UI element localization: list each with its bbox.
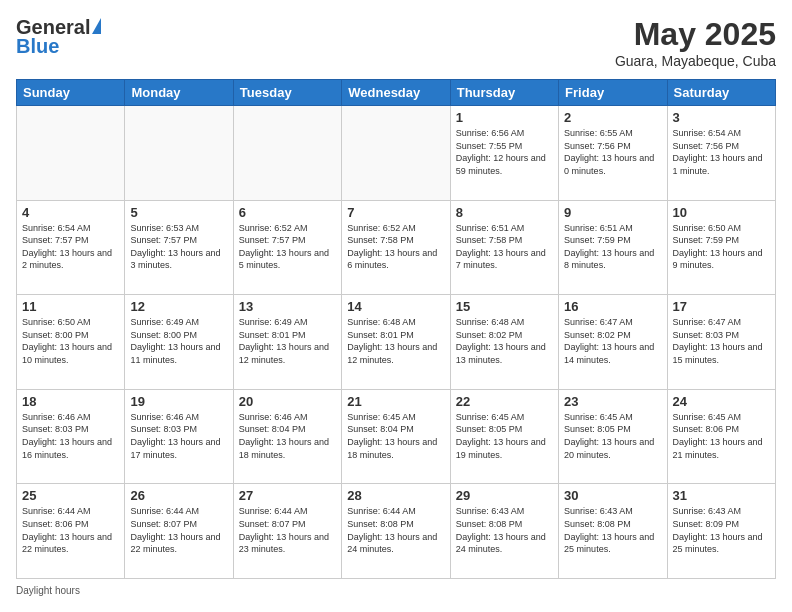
- day-number: 23: [564, 394, 661, 409]
- header: General Blue May 2025 Guara, Mayabeque, …: [16, 16, 776, 69]
- day-number: 4: [22, 205, 119, 220]
- day-number: 20: [239, 394, 336, 409]
- day-number: 24: [673, 394, 770, 409]
- day-number: 21: [347, 394, 444, 409]
- calendar-cell: [17, 106, 125, 201]
- day-number: 1: [456, 110, 553, 125]
- day-info: Sunrise: 6:48 AM Sunset: 8:02 PM Dayligh…: [456, 316, 553, 366]
- calendar-header-wednesday: Wednesday: [342, 80, 450, 106]
- calendar-cell: 15Sunrise: 6:48 AM Sunset: 8:02 PM Dayli…: [450, 295, 558, 390]
- calendar-week-row: 1Sunrise: 6:56 AM Sunset: 7:55 PM Daylig…: [17, 106, 776, 201]
- calendar-cell: 27Sunrise: 6:44 AM Sunset: 8:07 PM Dayli…: [233, 484, 341, 579]
- day-number: 25: [22, 488, 119, 503]
- month-title: May 2025: [615, 16, 776, 53]
- calendar-cell: 22Sunrise: 6:45 AM Sunset: 8:05 PM Dayli…: [450, 389, 558, 484]
- day-info: Sunrise: 6:44 AM Sunset: 8:06 PM Dayligh…: [22, 505, 119, 555]
- calendar-cell: [342, 106, 450, 201]
- day-info: Sunrise: 6:44 AM Sunset: 8:08 PM Dayligh…: [347, 505, 444, 555]
- calendar-cell: [233, 106, 341, 201]
- day-info: Sunrise: 6:53 AM Sunset: 7:57 PM Dayligh…: [130, 222, 227, 272]
- day-number: 31: [673, 488, 770, 503]
- calendar-cell: 13Sunrise: 6:49 AM Sunset: 8:01 PM Dayli…: [233, 295, 341, 390]
- calendar-cell: 10Sunrise: 6:50 AM Sunset: 7:59 PM Dayli…: [667, 200, 775, 295]
- calendar-cell: 31Sunrise: 6:43 AM Sunset: 8:09 PM Dayli…: [667, 484, 775, 579]
- day-number: 26: [130, 488, 227, 503]
- calendar-cell: 25Sunrise: 6:44 AM Sunset: 8:06 PM Dayli…: [17, 484, 125, 579]
- calendar-week-row: 18Sunrise: 6:46 AM Sunset: 8:03 PM Dayli…: [17, 389, 776, 484]
- day-number: 7: [347, 205, 444, 220]
- day-info: Sunrise: 6:52 AM Sunset: 7:57 PM Dayligh…: [239, 222, 336, 272]
- calendar-cell: 17Sunrise: 6:47 AM Sunset: 8:03 PM Dayli…: [667, 295, 775, 390]
- calendar-cell: [125, 106, 233, 201]
- title-block: May 2025 Guara, Mayabeque, Cuba: [615, 16, 776, 69]
- day-number: 15: [456, 299, 553, 314]
- calendar-header-monday: Monday: [125, 80, 233, 106]
- calendar-cell: 24Sunrise: 6:45 AM Sunset: 8:06 PM Dayli…: [667, 389, 775, 484]
- calendar-header-sunday: Sunday: [17, 80, 125, 106]
- day-info: Sunrise: 6:50 AM Sunset: 7:59 PM Dayligh…: [673, 222, 770, 272]
- calendar-cell: 1Sunrise: 6:56 AM Sunset: 7:55 PM Daylig…: [450, 106, 558, 201]
- day-info: Sunrise: 6:43 AM Sunset: 8:09 PM Dayligh…: [673, 505, 770, 555]
- day-number: 16: [564, 299, 661, 314]
- day-number: 28: [347, 488, 444, 503]
- calendar-week-row: 11Sunrise: 6:50 AM Sunset: 8:00 PM Dayli…: [17, 295, 776, 390]
- day-number: 9: [564, 205, 661, 220]
- day-info: Sunrise: 6:49 AM Sunset: 8:01 PM Dayligh…: [239, 316, 336, 366]
- day-number: 17: [673, 299, 770, 314]
- calendar-cell: 11Sunrise: 6:50 AM Sunset: 8:00 PM Dayli…: [17, 295, 125, 390]
- logo-triangle-icon: [92, 18, 101, 34]
- page: General Blue May 2025 Guara, Mayabeque, …: [0, 0, 792, 612]
- calendar-cell: 14Sunrise: 6:48 AM Sunset: 8:01 PM Dayli…: [342, 295, 450, 390]
- day-number: 8: [456, 205, 553, 220]
- day-info: Sunrise: 6:44 AM Sunset: 8:07 PM Dayligh…: [130, 505, 227, 555]
- day-number: 11: [22, 299, 119, 314]
- calendar-header-row: SundayMondayTuesdayWednesdayThursdayFrid…: [17, 80, 776, 106]
- day-info: Sunrise: 6:46 AM Sunset: 8:03 PM Dayligh…: [130, 411, 227, 461]
- day-number: 29: [456, 488, 553, 503]
- day-info: Sunrise: 6:43 AM Sunset: 8:08 PM Dayligh…: [564, 505, 661, 555]
- day-info: Sunrise: 6:54 AM Sunset: 7:57 PM Dayligh…: [22, 222, 119, 272]
- calendar-cell: 28Sunrise: 6:44 AM Sunset: 8:08 PM Dayli…: [342, 484, 450, 579]
- calendar-cell: 6Sunrise: 6:52 AM Sunset: 7:57 PM Daylig…: [233, 200, 341, 295]
- day-number: 12: [130, 299, 227, 314]
- day-number: 18: [22, 394, 119, 409]
- footer: Daylight hours: [16, 585, 776, 596]
- calendar-cell: 20Sunrise: 6:46 AM Sunset: 8:04 PM Dayli…: [233, 389, 341, 484]
- day-info: Sunrise: 6:46 AM Sunset: 8:04 PM Dayligh…: [239, 411, 336, 461]
- calendar-header-saturday: Saturday: [667, 80, 775, 106]
- calendar-cell: 16Sunrise: 6:47 AM Sunset: 8:02 PM Dayli…: [559, 295, 667, 390]
- calendar-table: SundayMondayTuesdayWednesdayThursdayFrid…: [16, 79, 776, 579]
- day-info: Sunrise: 6:49 AM Sunset: 8:00 PM Dayligh…: [130, 316, 227, 366]
- day-info: Sunrise: 6:46 AM Sunset: 8:03 PM Dayligh…: [22, 411, 119, 461]
- day-number: 6: [239, 205, 336, 220]
- day-number: 27: [239, 488, 336, 503]
- calendar-cell: 23Sunrise: 6:45 AM Sunset: 8:05 PM Dayli…: [559, 389, 667, 484]
- day-info: Sunrise: 6:55 AM Sunset: 7:56 PM Dayligh…: [564, 127, 661, 177]
- calendar-cell: 7Sunrise: 6:52 AM Sunset: 7:58 PM Daylig…: [342, 200, 450, 295]
- logo-blue: Blue: [16, 35, 59, 58]
- calendar-cell: 19Sunrise: 6:46 AM Sunset: 8:03 PM Dayli…: [125, 389, 233, 484]
- calendar-cell: 18Sunrise: 6:46 AM Sunset: 8:03 PM Dayli…: [17, 389, 125, 484]
- calendar-cell: 3Sunrise: 6:54 AM Sunset: 7:56 PM Daylig…: [667, 106, 775, 201]
- day-number: 19: [130, 394, 227, 409]
- calendar-cell: 26Sunrise: 6:44 AM Sunset: 8:07 PM Dayli…: [125, 484, 233, 579]
- calendar-cell: 8Sunrise: 6:51 AM Sunset: 7:58 PM Daylig…: [450, 200, 558, 295]
- calendar-cell: 9Sunrise: 6:51 AM Sunset: 7:59 PM Daylig…: [559, 200, 667, 295]
- location-subtitle: Guara, Mayabeque, Cuba: [615, 53, 776, 69]
- calendar-cell: 5Sunrise: 6:53 AM Sunset: 7:57 PM Daylig…: [125, 200, 233, 295]
- day-number: 5: [130, 205, 227, 220]
- day-info: Sunrise: 6:51 AM Sunset: 7:58 PM Dayligh…: [456, 222, 553, 272]
- calendar-cell: 21Sunrise: 6:45 AM Sunset: 8:04 PM Dayli…: [342, 389, 450, 484]
- day-number: 30: [564, 488, 661, 503]
- calendar-cell: 30Sunrise: 6:43 AM Sunset: 8:08 PM Dayli…: [559, 484, 667, 579]
- day-info: Sunrise: 6:47 AM Sunset: 8:02 PM Dayligh…: [564, 316, 661, 366]
- day-info: Sunrise: 6:56 AM Sunset: 7:55 PM Dayligh…: [456, 127, 553, 177]
- calendar-cell: 12Sunrise: 6:49 AM Sunset: 8:00 PM Dayli…: [125, 295, 233, 390]
- day-info: Sunrise: 6:54 AM Sunset: 7:56 PM Dayligh…: [673, 127, 770, 177]
- calendar-cell: 2Sunrise: 6:55 AM Sunset: 7:56 PM Daylig…: [559, 106, 667, 201]
- calendar-header-tuesday: Tuesday: [233, 80, 341, 106]
- day-number: 3: [673, 110, 770, 125]
- calendar-cell: 4Sunrise: 6:54 AM Sunset: 7:57 PM Daylig…: [17, 200, 125, 295]
- day-number: 13: [239, 299, 336, 314]
- day-info: Sunrise: 6:45 AM Sunset: 8:05 PM Dayligh…: [456, 411, 553, 461]
